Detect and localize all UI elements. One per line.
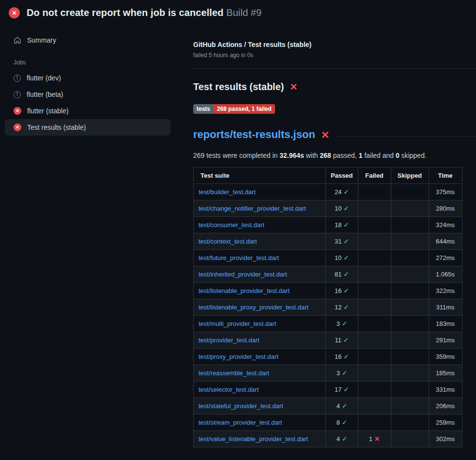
table-row: test/stream_provider_test.dart 8✓ 259ms <box>194 414 462 431</box>
skipped-cell <box>391 398 429 414</box>
failed-cell <box>358 299 391 316</box>
check-icon: ✓ <box>342 369 347 377</box>
suite-link[interactable]: test/future_provider_test.dart <box>199 254 279 261</box>
sidebar-job-flutter-dev[interactable]: ! flutter (dev) <box>5 70 170 86</box>
suite-cell: test/value_listenable_provider_test.dart <box>194 431 326 447</box>
summary-total-time: 32.964s <box>279 152 304 159</box>
passed-cell: 11✓ <box>326 332 358 349</box>
skipped-cell <box>391 200 429 217</box>
passed-cell: 81✓ <box>326 266 358 283</box>
sidebar: Summary Jobs ! flutter (dev) ! flutter (… <box>0 23 179 136</box>
check-icon: ✓ <box>344 386 349 393</box>
sidebar-job-test-results-stable[interactable]: ✕ Test results (stable) <box>5 119 170 136</box>
suite-link[interactable]: test/listenable_proxy_provider_test.dart <box>199 304 308 311</box>
failed-cell <box>358 332 391 349</box>
failed-cell <box>358 414 391 431</box>
suite-link[interactable]: test/listenable_provider_test.dart <box>199 287 290 294</box>
table-row: test/inherited_provider_test.dart 81✓ 1.… <box>194 266 462 283</box>
check-icon: ✓ <box>342 320 347 327</box>
check-icon: ✓ <box>344 287 349 294</box>
check-icon: ✓ <box>344 221 349 229</box>
failed-cell <box>358 283 391 299</box>
suite-link[interactable]: test/provider_test.dart <box>199 337 260 344</box>
tests-badge: tests 268 passed, 1 failed <box>193 104 275 114</box>
summary-passed-count: 268 <box>320 152 331 159</box>
passed-cell: 17✓ <box>326 382 358 398</box>
suite-link[interactable]: test/inherited_provider_test.dart <box>199 271 287 278</box>
time-cell: 185ms <box>429 365 462 382</box>
skipped-cell <box>391 382 429 398</box>
job-label: flutter (beta) <box>27 91 63 98</box>
suite-link[interactable]: test/proxy_provider_test.dart <box>199 353 278 360</box>
check-icon: ✓ <box>344 188 349 196</box>
check-icon: ✓ <box>344 304 349 311</box>
passed-cell: 24✓ <box>326 184 358 200</box>
time-cell: 302ms <box>429 431 462 447</box>
table-row: test/listenable_provider_test.dart 16✓ 3… <box>194 283 462 299</box>
summary-label: Summary <box>27 36 56 44</box>
job-label: flutter (dev) <box>27 74 61 82</box>
suite-link[interactable]: test/stream_provider_test.dart <box>199 419 282 426</box>
job-status-icon: ✕ <box>14 107 21 115</box>
job-label: flutter (stable) <box>27 107 69 115</box>
run-meta: failed 5 hours ago in 0s <box>193 52 476 59</box>
time-cell: 1.065s <box>429 266 462 283</box>
suite-link[interactable]: test/change_notifier_provider_test.dart <box>199 205 306 212</box>
failed-cell <box>358 316 391 332</box>
passed-cell: 16✓ <box>326 283 358 299</box>
check-icon: ✓ <box>343 337 349 344</box>
check-run-header: ✕ Do not create report when job is cance… <box>0 0 476 23</box>
summary-skipped-count: 0 <box>396 152 399 159</box>
suite-link[interactable]: test/value_listenable_provider_test.dart <box>199 435 308 443</box>
x-icon: ✕ <box>374 435 380 443</box>
summary-failed-count: 1 <box>359 152 363 159</box>
suite-cell: test/provider_test.dart <box>194 332 326 349</box>
report-title-row: reports/test-results.json ✕ <box>193 128 476 141</box>
badge-value: 268 passed, 1 failed <box>214 104 275 114</box>
main-content: GitHub Actions / Test results (stable) f… <box>179 23 476 447</box>
x-glyph: ✕ <box>12 10 16 16</box>
suite-cell: test/context_test.dart <box>194 233 326 250</box>
suite-link[interactable]: test/selector_test.dart <box>199 386 259 393</box>
time-cell: 311ms <box>429 299 462 316</box>
table-row: test/proxy_provider_test.dart 16✓ 359ms <box>194 349 462 365</box>
table-row: test/stateful_provider_test.dart 4✓ 206m… <box>194 398 462 414</box>
skipped-cell <box>391 184 429 200</box>
report-link[interactable]: reports/test-results.json <box>193 128 315 141</box>
table-row: test/value_listenable_provider_test.dart… <box>194 431 462 447</box>
suite-link[interactable]: test/stateful_provider_test.dart <box>199 402 283 410</box>
failed-cell <box>358 365 391 382</box>
suite-link[interactable]: test/context_test.dart <box>199 238 257 245</box>
passed-cell: 4✓ <box>326 431 358 447</box>
section-title-text: Test results (stable) <box>193 81 284 92</box>
failed-cell <box>358 349 391 365</box>
heading-rule <box>336 136 476 137</box>
suite-cell: test/inherited_provider_test.dart <box>194 266 326 283</box>
col-header-time: Time <box>429 168 462 184</box>
passed-cell: 3✓ <box>326 365 358 382</box>
divider <box>193 68 476 69</box>
table-row: test/multi_provider_test.dart 3✓ 183ms <box>194 316 462 332</box>
skipped-cell <box>391 266 429 283</box>
suite-link[interactable]: test/consumer_test.dart <box>199 221 264 229</box>
table-row: test/provider_test.dart 11✓ 291ms <box>194 332 462 349</box>
sidebar-item-summary[interactable]: Summary <box>5 32 170 48</box>
table-row: test/change_notifier_provider_test.dart … <box>194 200 462 217</box>
section-title: Test results (stable) ✕ <box>193 81 476 92</box>
table-header-row: Test suite Passed Failed Skipped Time <box>194 168 462 184</box>
passed-cell: 10✓ <box>326 250 358 266</box>
sidebar-job-flutter-stable[interactable]: ✕ flutter (stable) <box>5 103 170 119</box>
passed-cell: 18✓ <box>326 217 358 233</box>
suite-cell: test/listenable_proxy_provider_test.dart <box>194 299 326 316</box>
time-cell: 280ms <box>429 200 462 217</box>
table-row: test/listenable_proxy_provider_test.dart… <box>194 299 462 316</box>
skipped-cell <box>391 316 429 332</box>
passed-cell: 8✓ <box>326 414 358 431</box>
suite-cell: test/proxy_provider_test.dart <box>194 349 326 365</box>
suite-link[interactable]: test/multi_provider_test.dart <box>199 320 276 327</box>
suite-link[interactable]: test/builder_test.dart <box>199 188 256 196</box>
skipped-cell <box>391 414 429 431</box>
time-cell: 206ms <box>429 398 462 414</box>
suite-link[interactable]: test/reassemble_test.dart <box>199 369 269 377</box>
sidebar-job-flutter-beta[interactable]: ! flutter (beta) <box>5 86 170 103</box>
